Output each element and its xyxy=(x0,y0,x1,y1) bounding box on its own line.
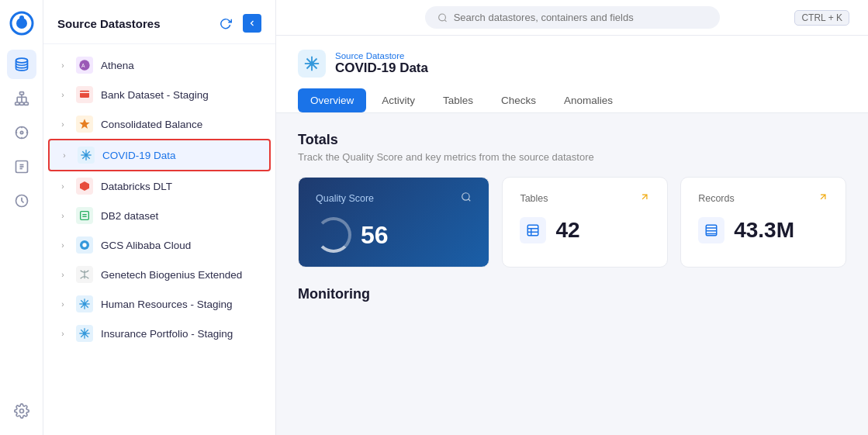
svg-point-2 xyxy=(19,16,24,20)
quality-circle-icon xyxy=(316,217,351,253)
svg-rect-5 xyxy=(15,102,19,105)
sidebar-item-insurance[interactable]: › Insurance Portfolio - Staging xyxy=(43,319,275,348)
sidebar-item-athena[interactable]: › A Athena xyxy=(43,50,275,80)
svg-point-14 xyxy=(20,131,22,133)
sidebar-item-label: DB2 dataset xyxy=(101,210,261,222)
svg-point-58 xyxy=(310,61,314,66)
svg-point-24 xyxy=(19,409,23,413)
db2-icon xyxy=(76,207,93,224)
datastore-breadcrumb: Source Datastore xyxy=(335,51,428,60)
covid19-icon xyxy=(78,147,95,164)
tab-activity[interactable]: Activity xyxy=(369,88,427,112)
quality-label: Quality Score xyxy=(316,192,472,205)
records-value-row: 43.3M xyxy=(698,217,828,243)
datastore-name: COVID-19 Data xyxy=(335,60,428,76)
records-external-link-icon[interactable] xyxy=(818,192,828,205)
svg-line-61 xyxy=(642,195,647,199)
quality-score-value: 56 xyxy=(361,221,389,250)
chevron-icon: › xyxy=(57,299,68,309)
chevron-icon: › xyxy=(57,210,68,221)
bank-icon xyxy=(76,86,93,103)
balance-icon xyxy=(76,116,93,133)
sidebar-item-label: Bank Dataset - Staging xyxy=(101,89,261,101)
svg-marker-29 xyxy=(79,119,89,129)
tables-icon xyxy=(520,217,546,243)
collapse-button[interactable] xyxy=(243,14,261,33)
athena-icon: A xyxy=(76,57,93,74)
app-logo xyxy=(8,9,36,37)
sidebar-header: Source Datastores xyxy=(43,0,275,44)
sidebar-item-label: Databricks DLT xyxy=(101,181,261,192)
svg-rect-6 xyxy=(19,102,23,105)
quality-search-icon[interactable] xyxy=(461,192,472,205)
sidebar-item-label: Athena xyxy=(101,60,261,71)
content-header: Source Datastore COVID-19 Data Overview … xyxy=(276,36,868,113)
sidebar-item-label: Human Resources - Staging xyxy=(101,299,261,310)
sidebar-title: Source Datastores xyxy=(57,17,161,30)
nav-item-hierarchy[interactable] xyxy=(7,84,36,113)
databricks-icon xyxy=(76,178,93,195)
svg-marker-35 xyxy=(80,181,89,191)
nav-item-history[interactable] xyxy=(7,186,36,216)
sidebar-item-gcs[interactable]: › GCS Alibaba Cloud xyxy=(43,230,275,260)
sidebar-item-consolidated-balance[interactable]: › Consolidated Balance xyxy=(43,109,275,139)
metrics-row: Quality Score 56 Tables xyxy=(298,177,846,268)
sidebar-actions xyxy=(215,12,261,34)
content-body: Totals Track the Quality Score and key m… xyxy=(276,113,868,435)
svg-rect-36 xyxy=(81,212,89,220)
chevron-icon: › xyxy=(57,269,68,280)
sidebar-item-db2[interactable]: › DB2 dataset xyxy=(43,201,275,230)
sidebar-item-bank-dataset[interactable]: › Bank Dataset - Staging xyxy=(43,80,275,109)
chevron-icon: › xyxy=(59,150,70,161)
insurance-icon xyxy=(76,325,93,342)
nav-item-compass[interactable] xyxy=(7,118,36,147)
totals-subtitle: Track the Quality Score and key metrics … xyxy=(298,151,846,163)
svg-point-13 xyxy=(16,127,27,139)
sidebar-item-databricks[interactable]: › Databricks DLT xyxy=(43,171,275,201)
icon-nav xyxy=(0,0,43,435)
svg-point-51 xyxy=(83,332,86,335)
main-content: Source Datastore COVID-19 Data Overview … xyxy=(276,36,868,435)
top-bar: CTRL + K xyxy=(276,0,868,36)
tables-value-row: 42 xyxy=(520,217,650,243)
nav-item-checks[interactable] xyxy=(7,152,36,181)
tabs: Overview Activity Tables Checks Anomalie… xyxy=(298,88,846,112)
chevron-icon: › xyxy=(57,119,68,129)
tables-external-link-icon[interactable] xyxy=(639,192,650,205)
chevron-icon: › xyxy=(57,328,68,339)
tab-overview[interactable]: Overview xyxy=(298,88,366,112)
monitoring-title: Monitoring xyxy=(298,286,846,302)
records-value: 43.3M xyxy=(734,218,794,243)
svg-line-66 xyxy=(821,195,825,199)
sidebar-item-hr[interactable]: › Human Resources - Staging xyxy=(43,289,275,319)
sidebar-item-label: Genetech Biogenius Extended xyxy=(101,269,261,281)
tab-anomalies[interactable]: Anomalies xyxy=(552,88,625,112)
tab-checks[interactable]: Checks xyxy=(489,88,548,112)
refresh-button[interactable] xyxy=(215,12,237,34)
genetech-icon xyxy=(76,266,93,283)
svg-point-34 xyxy=(85,154,88,157)
nav-item-settings[interactable] xyxy=(7,396,36,426)
sidebar-list: › A Athena › Bank Dataset - Staging › xyxy=(43,44,275,435)
nav-item-datastores[interactable] xyxy=(7,50,36,79)
hr-icon xyxy=(76,295,93,312)
records-card: Records 43.3M xyxy=(680,177,846,268)
svg-line-60 xyxy=(469,199,471,202)
sidebar-item-label: GCS Alibaba Cloud xyxy=(101,240,261,251)
tab-tables[interactable]: Tables xyxy=(431,88,486,112)
sidebar-item-genetech[interactable]: › Genetech Biogenius Extended xyxy=(43,260,275,289)
monitoring-section: Monitoring xyxy=(298,286,846,302)
svg-rect-7 xyxy=(24,102,28,105)
gcs-icon xyxy=(76,236,93,254)
svg-rect-4 xyxy=(19,92,23,95)
svg-point-46 xyxy=(83,302,86,306)
search-shortcut: CTRL + K xyxy=(794,10,849,26)
svg-point-3 xyxy=(16,58,27,63)
sidebar-item-covid19[interactable]: › COVID-19 Data xyxy=(48,139,271,171)
search-input[interactable] xyxy=(454,12,707,23)
chevron-icon: › xyxy=(57,240,68,250)
datastore-title-row: Source Datastore COVID-19 Data xyxy=(298,50,846,78)
svg-line-53 xyxy=(444,19,446,21)
svg-rect-62 xyxy=(528,225,539,236)
sidebar-item-label: Consolidated Balance xyxy=(101,119,261,130)
